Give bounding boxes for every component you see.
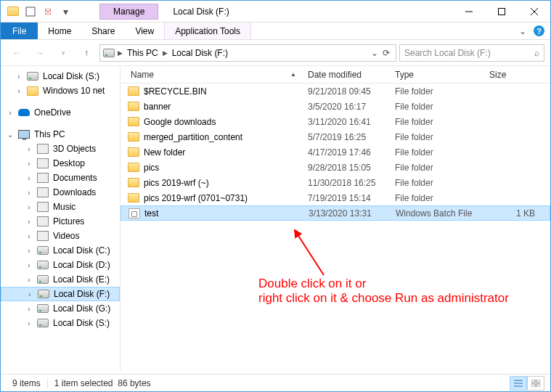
address-row: ← → ▾ ↑ ▶ This PC ▶ Local Disk (F:) ⌄ ⟳ … [1,40,550,66]
file-list[interactable]: $RECYCLE.BIN9/21/2018 09:45File folderba… [121,83,550,371]
sidebar-item[interactable]: ›Local Disk (E:) [1,272,120,287]
sidebar-item-this-pc[interactable]: ⌄This PC [1,127,120,142]
properties-icon[interactable] [23,4,38,20]
file-type: File folder [389,102,483,112]
file-date: 3/5/2020 16:17 [302,102,389,112]
breadcrumb-this-pc[interactable]: This PC [126,48,160,58]
sidebar-item-local-disk-s[interactable]: ›Local Disk (S:) [1,69,120,83]
column-type[interactable]: Type [389,70,483,80]
file-row[interactable]: pics 2019-wrf (0701~0731)7/19/2019 15:14… [121,190,550,205]
file-tab[interactable]: File [1,23,38,39]
pc-icon [18,130,30,139]
onedrive-icon [18,109,30,116]
ribbon-expand-icon[interactable]: ⌄ [519,26,526,36]
file-row[interactable]: pics9/28/2018 15:05File folder [121,160,550,175]
folder-icon [128,163,139,172]
file-row[interactable]: merged_partition_content5/7/2019 16:25Fi… [121,129,550,144]
folder-icon [128,132,139,142]
chevron-right-icon[interactable]: ▶ [163,49,168,57]
file-type: File folder [389,178,483,188]
file-type: File folder [389,147,483,158]
column-name[interactable]: Name▲ [121,70,302,80]
tab-share[interactable]: Share [81,23,125,39]
drive-icon [37,319,49,327]
file-row[interactable]: New folder4/17/2019 17:46File folder [121,144,550,160]
qat-dropdown-icon[interactable] [40,4,56,20]
maximize-button[interactable] [485,1,518,22]
svg-rect-10 [531,380,535,383]
sidebar-item-windows-10-net[interactable]: ›Windows 10 net [1,83,120,98]
window-title: Local Disk (F:) [158,7,452,17]
sidebar-item[interactable]: ›Local Disk (F:) [1,287,120,301]
file-row[interactable]: pics 2019-wrf (~)11/30/2018 16:25File fo… [121,175,550,190]
back-button[interactable]: ← [7,43,27,63]
sidebar-item-onedrive[interactable]: ›OneDrive [1,105,120,120]
overflow-icon[interactable]: ▾ [57,4,73,20]
sidebar-item[interactable]: ›Music [1,200,120,214]
file-name: New folder [144,147,185,158]
file-row[interactable]: banner3/5/2020 16:17File folder [121,99,550,114]
file-row[interactable]: test3/13/2020 13:31Windows Batch File1 K… [121,205,550,221]
svg-rect-1 [45,9,51,15]
address-dropdown-icon[interactable]: ⌄ [371,48,378,58]
breadcrumb-local-disk-f[interactable]: Local Disk (F:) [171,48,229,58]
main-area: ›Local Disk (S:) ›Windows 10 net ›OneDri… [1,66,550,371]
search-input[interactable]: Search Local Disk (F:) ⌕ [399,44,544,62]
svg-rect-12 [531,384,535,387]
sidebar-item[interactable]: ›Local Disk (G:) [1,301,120,316]
file-date: 7/19/2019 15:14 [302,193,389,203]
sidebar-item[interactable]: ›Local Disk (D:) [1,258,120,272]
sidebar-item[interactable]: ›3D Objects [1,142,120,156]
drive-icon [37,261,49,269]
folder-icon [128,178,139,187]
tab-application-tools[interactable]: Application Tools [164,23,251,39]
file-date: 5/7/2019 16:25 [302,132,389,142]
folder-icon [27,86,38,96]
folder-icon[interactable] [5,4,21,20]
refresh-icon[interactable]: ⟳ [383,48,390,58]
file-type: File folder [389,193,483,203]
drive-icon [27,72,38,81]
up-button[interactable]: ↑ [76,43,97,63]
drive-icon [37,275,49,284]
chevron-right-icon[interactable]: ▶ [118,49,123,57]
generic-icon [37,231,49,241]
sidebar-item[interactable]: ›Videos [1,229,120,243]
file-row[interactable]: $RECYCLE.BIN9/21/2018 09:45File folder [121,83,550,99]
sidebar-item[interactable]: ›Local Disk (S:) [1,316,120,330]
file-type: Windows Batch File [390,208,484,219]
file-date: 4/17/2019 17:46 [302,147,389,158]
file-size: 1 KB [484,208,550,219]
context-tab-manage[interactable]: Manage [99,4,158,20]
column-size[interactable]: Size [483,70,550,80]
sidebar-item[interactable]: ›Local Disk (C:) [1,243,120,258]
generic-icon [37,216,49,226]
svg-rect-11 [536,380,540,383]
drive-icon [37,246,49,255]
generic-icon [37,144,49,154]
thumbnails-view-button[interactable] [527,376,544,391]
details-view-button[interactable] [510,376,527,391]
file-name: $RECYCLE.BIN [144,86,207,97]
column-date-modified[interactable]: Date modified [302,70,389,80]
search-icon[interactable]: ⌕ [534,48,539,58]
help-icon[interactable]: ? [534,25,544,36]
sidebar-item[interactable]: ›Downloads [1,185,120,200]
search-placeholder: Search Local Disk (F:) [404,48,530,58]
close-button[interactable] [518,1,550,22]
status-selected-count: 1 item selected 86 bytes [49,378,157,388]
svg-rect-13 [536,384,540,387]
file-row[interactable]: Google downloads3/11/2020 16:41File fold… [121,114,550,129]
navigation-pane[interactable]: ›Local Disk (S:) ›Windows 10 net ›OneDri… [1,66,121,371]
sidebar-item[interactable]: ›Pictures [1,214,120,229]
sidebar-item[interactable]: ›Documents [1,171,120,185]
tab-home[interactable]: Home [38,23,81,39]
address-bar[interactable]: ▶ This PC ▶ Local Disk (F:) ⌄ ⟳ [99,44,396,62]
forward-button[interactable]: → [30,43,50,63]
tab-view[interactable]: View [125,23,164,39]
minimize-button[interactable] [452,1,485,22]
recent-dropdown[interactable]: ▾ [53,43,73,63]
generic-icon [37,158,49,168]
file-date: 9/21/2018 09:45 [302,86,389,97]
sidebar-item[interactable]: ›Desktop [1,156,120,171]
